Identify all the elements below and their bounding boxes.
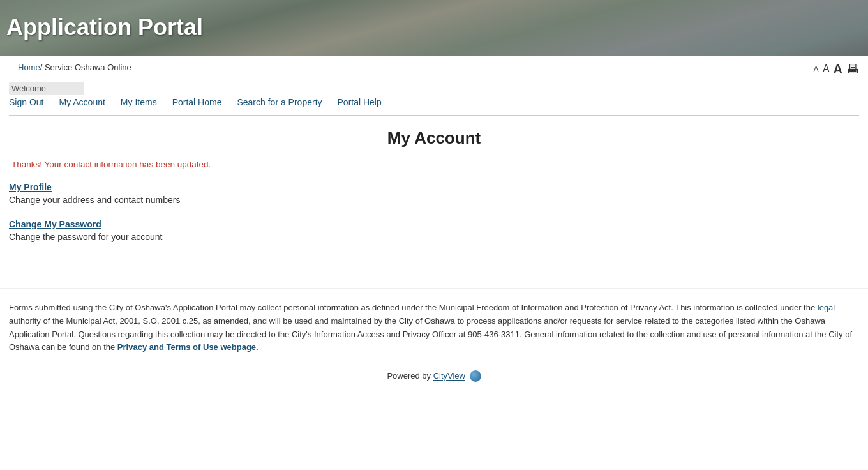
breadcrumb: Home/ Service Oshawa Online [9,56,140,79]
font-small-button[interactable]: A [813,65,819,73]
globe-icon [470,370,481,382]
footer-notice: Forms submitted using the City of Oshawa… [0,288,868,361]
site-title: Application Portal [0,0,868,55]
nav-bar: Welcome Sign Out My Account My Items Por… [0,79,868,115]
breadcrumb-separator: / [40,63,45,72]
nav-my-items[interactable]: My Items [121,97,157,107]
nav-portal-home[interactable]: Portal Home [172,97,222,107]
page-title: My Account [9,128,859,148]
topbar: Home/ Service Oshawa Online A A A 🖶 [0,56,868,79]
breadcrumb-home-link[interactable]: Home [18,63,40,72]
font-medium-button[interactable]: A [823,64,830,74]
powered-by-section: Powered by CityView [0,361,868,389]
font-large-button[interactable]: A [834,63,842,75]
nav-links: Sign Out My Account My Items Portal Home… [9,97,859,107]
nav-sign-out[interactable]: Sign Out [9,97,43,107]
my-profile-description: Change your address and contact numbers [9,195,859,205]
change-password-link[interactable]: Change My Password [9,219,859,229]
nav-my-account[interactable]: My Account [59,97,105,107]
breadcrumb-current: Service Oshawa Online [45,63,131,72]
site-header: Application Portal [0,0,868,56]
nav-search-property[interactable]: Search for a Property [237,97,322,107]
my-profile-link[interactable]: My Profile [9,182,859,192]
cityview-link[interactable]: CityView [433,372,465,381]
privacy-terms-link[interactable]: Privacy and Terms of Use webpage. [117,342,258,352]
main-content: My Account Thanks! Your contact informat… [0,116,868,269]
change-password-description: Change the password for your account [9,232,859,242]
success-message: Thanks! Your contact information has bee… [11,160,859,169]
legal-link[interactable]: legal [818,303,835,312]
nav-portal-help[interactable]: Portal Help [338,97,382,107]
welcome-label: Welcome [9,82,84,95]
footer-notice-text: Forms submitted using the City of Oshawa… [9,303,852,352]
print-button[interactable]: 🖶 [846,63,859,75]
font-controls: A A A 🖶 [813,56,859,75]
powered-by-text: Powered by [387,372,431,381]
